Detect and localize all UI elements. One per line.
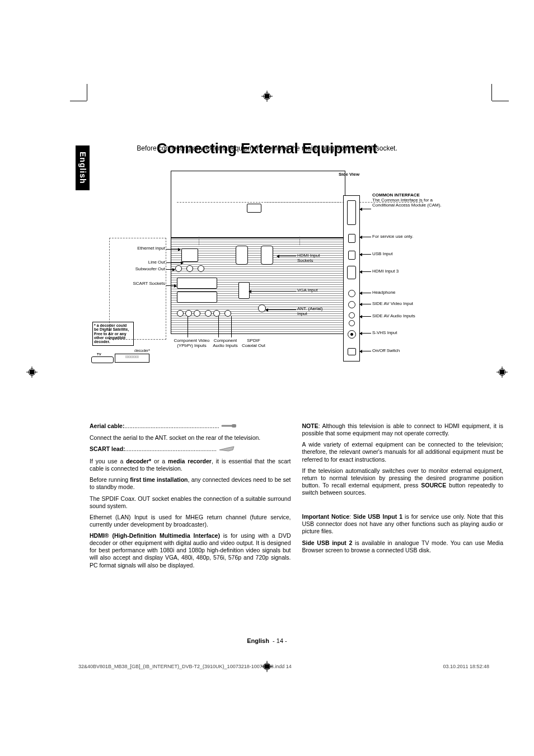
body-text: Aerial cable:...........................… (90, 422, 503, 573)
svg-rect-7 (30, 370, 34, 374)
label-hdmi: HDMI Input Sockets (297, 253, 325, 264)
hdmi-text: HDMI® (High-Definition Multimedia Interf… (90, 532, 291, 569)
arrow-icon (360, 209, 371, 209)
arrow-icon (277, 256, 296, 256)
label-service: For service use only. (372, 234, 413, 240)
label-sideav-a: SIDE AV Audio Inputs (372, 314, 415, 319)
registration-mark-icon (26, 367, 38, 378)
tv-label: TV (97, 353, 101, 356)
auto-text: If the television automatically switches… (302, 467, 504, 497)
arrow-icon (166, 262, 183, 263)
crop-mark (491, 84, 492, 101)
label-onoff: On/Off Switch (372, 349, 400, 354)
arrow-icon (360, 293, 371, 293)
scart-label: SCART lead: (90, 445, 125, 452)
aerial-label: Aerial cable: (90, 422, 124, 429)
label-ant: ANT. (Aerial) Input (297, 307, 325, 317)
connection-diagram: Ethernet input Line Out Subwoofer Out SC… (87, 171, 518, 378)
label-hdmi3: HDMI Input 3 (372, 269, 399, 274)
decoder-label: decoder* (134, 349, 150, 353)
label-sideav-v: SIDE AV Video Input (372, 302, 413, 307)
svg-rect-13 (232, 424, 236, 428)
variety-text: A wide variety of external equipment can… (302, 441, 504, 463)
label-headphone: Headphone (372, 290, 395, 295)
right-column: NOTE: Although this television is able t… (302, 422, 504, 573)
scart-cable-icon (218, 445, 235, 454)
arrow-line (231, 316, 232, 337)
side-panel (343, 195, 360, 361)
decoder-note: * a decoder could be Digital Satellite, … (92, 322, 134, 346)
aerial-text: Connect the aerial to the ANT. socket on… (90, 434, 291, 442)
note-text: NOTE: Although this television is able t… (302, 422, 504, 437)
label-ci-title: COMMON INTERFACE (372, 192, 420, 198)
arrow-icon (360, 254, 371, 255)
before-text: Before running first time installation, … (90, 476, 291, 491)
decoder-box: ▯▯▯▯▯▯▯▯ (115, 354, 149, 363)
registration-mark-icon (261, 91, 273, 102)
arrow-icon (360, 316, 371, 317)
arrow-icon (166, 249, 180, 250)
label-vga: VGA Input (297, 288, 320, 293)
scart-text: If you use a decoder* or a media recorde… (90, 458, 291, 472)
print-file: 32&40BV801B_MB38_[GB]_(IB_INTERNET)_DVB-… (78, 664, 292, 669)
arrow-line (218, 316, 219, 337)
arrow-icon (360, 304, 371, 304)
label-svhs: S-VHS Input (372, 331, 397, 336)
side-usb2-text: Side USB input 2 is available in analogu… (302, 539, 504, 554)
crop-mark (70, 101, 87, 101)
arrow-icon (166, 269, 175, 270)
ethernet-text: Ethernet (LAN) Input is used for MHEG re… (90, 514, 291, 528)
left-column: Aerial cable:...........................… (90, 422, 291, 573)
print-footer: 32&40BV801B_MB38_[GB]_(IB_INTERNET)_DVB-… (78, 664, 489, 669)
svg-rect-3 (265, 94, 269, 98)
label-spdif: SPDIF Coaxial Out (240, 339, 268, 349)
arrow-icon (360, 271, 371, 272)
arrow-icon (360, 351, 371, 351)
tv-top-view (171, 171, 345, 238)
aerial-cable-icon (221, 423, 237, 430)
svg-rect-17 (265, 664, 269, 669)
arrow-icon (266, 309, 296, 310)
side-view-label: Side View (339, 172, 359, 177)
page-subtitle: Before connecting any external equipment… (0, 144, 534, 152)
label-comp-video: Component Video (YPbPr) Inputs (174, 339, 210, 349)
print-timestamp: 03.10.2011 18:52:48 (443, 664, 489, 669)
label-comp-audio: Component Audio Inputs (210, 339, 241, 349)
page-footer: English - 14 - (0, 637, 534, 644)
crop-mark (87, 84, 87, 101)
arrow-icon (360, 333, 371, 334)
spdif-text: The SPDIF Coax. OUT socket enables the c… (90, 495, 291, 510)
arrow-line (188, 316, 188, 337)
arrow-icon (249, 291, 296, 292)
important-notice: Important Notice: Side USB Input 1 is fo… (302, 513, 504, 535)
arrow-icon (360, 237, 371, 237)
crop-mark (492, 101, 509, 101)
arrow-icon (166, 285, 176, 286)
tv-icon (91, 356, 114, 363)
label-usb: USB Input (372, 252, 392, 257)
registration-mark-icon (261, 661, 273, 672)
tv-back-panel (171, 238, 345, 334)
label-ci-desc: The Common Interface is for a Conditiona… (372, 198, 442, 208)
